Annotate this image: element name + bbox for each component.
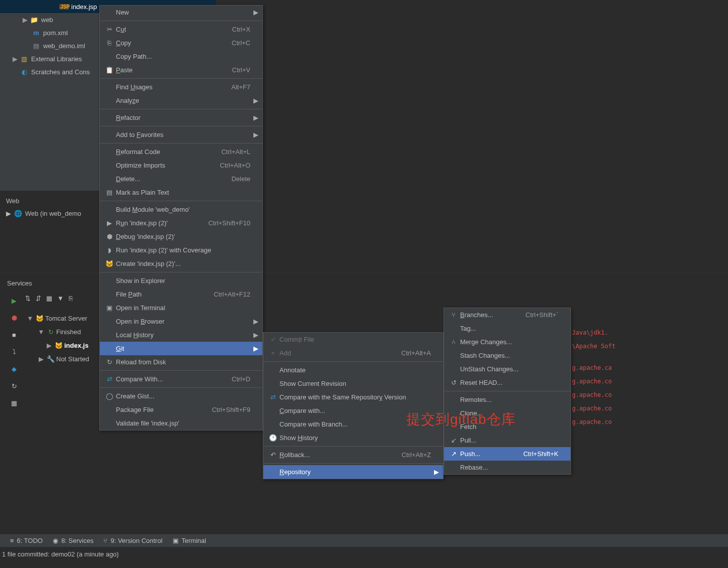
label: Run 'index.jsp (2)' (115, 219, 196, 227)
mi-mark-plain[interactable]: ▤Mark as Plain Text (100, 186, 262, 199)
label: 6: TODO (17, 537, 43, 544)
mi-analyze[interactable]: Analyze▶ (100, 94, 262, 107)
mi-debug[interactable]: ⬢Debug 'index.jsp (2)' (100, 230, 262, 243)
tree-label: pom.xml (41, 29, 68, 37)
label: Reload from Disk (115, 358, 250, 366)
mi-optimize[interactable]: Optimize ImportsCtrl+Alt+O (100, 159, 262, 172)
stop-button[interactable]: ■ (7, 328, 21, 342)
web-panel-row[interactable]: ▶ 🌐 Web (in web_demo (6, 210, 81, 217)
mi-local-history[interactable]: Local History▶ (100, 328, 262, 342)
mi-create[interactable]: 🐱Create 'index.jsp (2)'... (100, 257, 262, 270)
mi-rollback[interactable]: ↶Rollback...Ctrl+Alt+Z (263, 448, 443, 462)
mi-compare-branch[interactable]: Compare with Branch... (263, 417, 443, 431)
toolwindow-vcs[interactable]: ⑂9: Version Control (103, 537, 162, 544)
mi-paste[interactable]: 📋PasteCtrl+V (100, 63, 262, 77)
tag-button[interactable]: ⎘ (69, 295, 73, 302)
mi-reformat[interactable]: Reformat CodeCtrl+Alt+L (100, 145, 262, 159)
label: Add (278, 349, 389, 357)
mi-reset[interactable]: ↺Reset HEAD... (444, 376, 570, 389)
console-line: g.apache.ca (572, 361, 612, 375)
mi-gist[interactable]: ◯Create Gist... (100, 389, 262, 403)
label: Build Module 'web_demo' (115, 206, 250, 213)
shortcut: Ctrl+Alt+F12 (202, 291, 250, 298)
label: File Path (115, 291, 202, 298)
console-line: Java\jdk1. (572, 326, 608, 340)
mi-compare-with[interactable]: Compare with... (263, 404, 443, 417)
separator (100, 109, 262, 109)
label: Tomcat Server (45, 315, 87, 322)
mi-reload[interactable]: ↻Reload from Disk (100, 355, 262, 369)
mi-show-explorer[interactable]: Show in Explorer (100, 274, 262, 288)
mi-branches[interactable]: ⑂Branches...Ctrl+Shift+` (444, 308, 570, 322)
mi-refactor[interactable]: Refactor▶ (100, 111, 262, 124)
debug-button[interactable]: ⬢ (7, 311, 21, 325)
shortcut: Ctrl+V (220, 66, 250, 74)
reset-icon: ↺ (448, 379, 459, 386)
tool-button[interactable]: ↻ (7, 379, 21, 393)
chevron-down-icon: ▼ (37, 328, 45, 336)
submenu-arrow-icon: ▶ (434, 468, 439, 476)
mi-unstash[interactable]: UnStash Changes... (444, 362, 570, 376)
mi-push[interactable]: ↗Push...Ctrl+Shift+K (444, 447, 570, 461)
mi-annotate[interactable]: Annotate (263, 363, 443, 377)
mi-pull[interactable]: ↙Pull... (444, 434, 570, 447)
label: Compare with... (278, 407, 431, 414)
mi-fetch[interactable]: Fetch (444, 420, 570, 434)
mi-copy[interactable]: ⎘CopyCtrl+C (100, 36, 262, 50)
mi-show-history[interactable]: 🕐Show History (263, 431, 443, 445)
label: Validate file 'index.jsp' (115, 419, 250, 427)
label: Open in Terminal (115, 304, 250, 312)
mi-compare[interactable]: ⇄Compare With...Ctrl+D (100, 372, 262, 386)
console-line: g.apache.co (572, 415, 612, 429)
maven-icon: m (31, 29, 41, 37)
mi-tag[interactable]: Tag... (444, 322, 570, 335)
tool-button[interactable]: ⤵ (7, 345, 21, 359)
toolwindow-terminal[interactable]: ▣Terminal (173, 537, 206, 544)
mi-open-terminal[interactable]: ▣Open in Terminal (100, 301, 262, 315)
mi-delete[interactable]: Delete...Delete (100, 172, 262, 186)
mi-build-module[interactable]: Build Module 'web_demo' (100, 203, 262, 216)
mi-git[interactable]: Git▶ (100, 342, 262, 355)
tree-label: index.jsp (69, 3, 97, 11)
label: Not Started (56, 355, 89, 363)
mi-cut[interactable]: ✂CutCtrl+X (100, 23, 262, 36)
mi-rebase[interactable]: Rebase... (444, 461, 570, 474)
tool-button[interactable]: ◆ (7, 362, 21, 376)
toolwindow-todo[interactable]: ≡6: TODO (10, 537, 43, 544)
services-icon: ◉ (53, 537, 58, 544)
label: New (115, 9, 250, 16)
mi-add-favorites[interactable]: Add to Favorites▶ (100, 128, 262, 141)
shortcut: Delete (219, 175, 250, 183)
cut-icon: ✂ (104, 26, 115, 33)
mi-run[interactable]: ▶Run 'index.jsp (2)'Ctrl+Shift+F10 (100, 216, 262, 230)
expand-button[interactable]: ⇅ (25, 295, 31, 302)
mi-remotes[interactable]: Remotes... (444, 393, 570, 406)
merge-icon: ⑃ (448, 338, 459, 346)
mi-repository[interactable]: Repository▶ (263, 465, 443, 479)
mi-merge[interactable]: ⑃Merge Changes... (444, 335, 570, 349)
mi-open-browser[interactable]: Open in Browser▶ (100, 315, 262, 328)
label: Compare with Branch... (278, 420, 431, 428)
mi-find-usages[interactable]: Find UsagesAlt+F7 (100, 80, 262, 94)
mi-compare-same[interactable]: ⇄Compare with the Same Repository Versio… (263, 390, 443, 404)
mi-coverage[interactable]: ◗Run 'index.jsp (2)' with Coverage (100, 243, 262, 257)
run-button[interactable]: ▶ (7, 294, 21, 308)
mi-validate[interactable]: Validate file 'index.jsp' (100, 416, 262, 430)
tomcat-icon: 🐱 (53, 342, 64, 349)
chevron-right-icon: ▶ (37, 355, 45, 363)
grid-button[interactable]: ▦ (46, 295, 52, 302)
mi-file-path[interactable]: File PathCtrl+Alt+F12 (100, 288, 262, 301)
filter-button[interactable]: ▼ (57, 295, 64, 302)
mi-clone[interactable]: Clone... (444, 406, 570, 420)
github-icon: ◯ (104, 392, 115, 400)
toolwindow-services[interactable]: ◉8: Services (53, 537, 93, 544)
mi-copy-path[interactable]: Copy Path... (100, 50, 262, 63)
collapse-button[interactable]: ⇵ (36, 295, 41, 302)
tool-button[interactable]: ▦ (7, 396, 21, 410)
label: Pull... (459, 437, 558, 444)
mi-stash[interactable]: Stash Changes... (444, 349, 570, 362)
label: Compare With... (115, 375, 220, 383)
mi-show-revision[interactable]: Show Current Revision (263, 377, 443, 390)
mi-new[interactable]: New▶ (100, 6, 262, 19)
mi-package[interactable]: Package FileCtrl+Shift+F9 (100, 403, 262, 416)
